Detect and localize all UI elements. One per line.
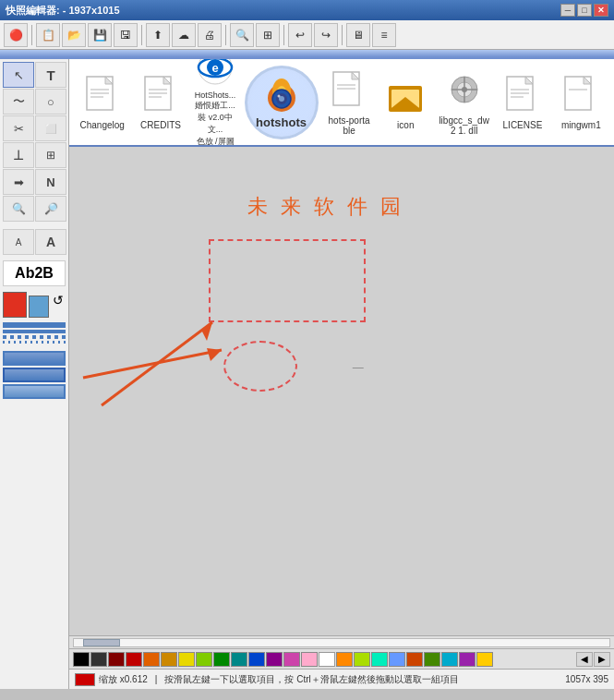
svg-marker-44 xyxy=(207,348,222,361)
h-scrollbar[interactable] xyxy=(69,635,614,648)
file-hotshots-main[interactable]: hotshots xyxy=(245,66,319,139)
foreground-color[interactable] xyxy=(3,292,27,318)
palette-color-5[interactable] xyxy=(161,652,177,667)
file-browser: Changelog CREDITS xyxy=(69,59,614,147)
file-mingwm1-label: mingwm1 xyxy=(561,120,601,130)
tool-pen[interactable]: 〜 xyxy=(3,89,34,115)
palette-color-4[interactable] xyxy=(143,652,160,667)
maximize-button[interactable]: □ xyxy=(577,4,592,17)
palette-color-9[interactable] xyxy=(231,652,247,667)
swap-colors[interactable]: ↺ xyxy=(51,292,66,308)
line-style-3[interactable] xyxy=(3,335,66,339)
palette-color-2[interactable] xyxy=(108,652,125,667)
file-mingwm1[interactable]: mingwm1 xyxy=(556,74,607,130)
tool-rect-sel[interactable]: ⬜ xyxy=(35,115,66,141)
tool-zoom-in[interactable]: 🔍 xyxy=(3,196,34,222)
sep2 xyxy=(141,25,142,45)
tool-text[interactable]: T xyxy=(35,62,66,88)
file-libgcc[interactable]: libgcc_s_dw2 1. dll xyxy=(439,69,489,136)
tb-save[interactable]: 💾 xyxy=(88,23,112,47)
tb-cloud[interactable]: ☁ xyxy=(172,23,196,47)
palette-color-19[interactable] xyxy=(406,652,423,667)
palette-color-23[interactable] xyxy=(476,652,493,667)
line-style-1[interactable] xyxy=(3,322,66,328)
line-style-4[interactable] xyxy=(3,341,66,344)
tb-save2[interactable]: 🖫 xyxy=(114,23,138,47)
libgcc-icon xyxy=(446,69,483,115)
icon-file-icon xyxy=(387,74,424,120)
tool-ellipse[interactable]: ○ xyxy=(35,89,66,115)
file-hotshots-ie[interactable]: e HotShots...婚恨婚工...裝 v2.0中文...色放 /屏圖米..… xyxy=(194,59,237,147)
tb-undo[interactable]: ↩ xyxy=(288,23,312,47)
canvas-area: Changelog CREDITS xyxy=(69,59,614,689)
palette-color-21[interactable] xyxy=(441,652,458,667)
file-icon-item[interactable]: icon xyxy=(380,74,431,130)
palette-color-18[interactable] xyxy=(389,652,405,667)
blue-bar xyxy=(0,50,614,57)
file-changelog[interactable]: Changelog xyxy=(77,74,127,130)
tb-print[interactable]: 🖨 xyxy=(198,23,222,47)
tool-number[interactable]: N xyxy=(35,169,66,195)
palette-color-17[interactable] xyxy=(371,652,388,667)
palette-color-12[interactable] xyxy=(283,652,300,667)
tool-arrow[interactable]: ➡ xyxy=(3,169,34,195)
palette-color-6[interactable] xyxy=(178,652,195,667)
svg-text:e: e xyxy=(211,61,218,75)
shape-outline[interactable] xyxy=(3,351,66,366)
tb-open2[interactable]: 📂 xyxy=(62,23,86,47)
palette-color-14[interactable] xyxy=(319,652,335,667)
palette-color-13[interactable] xyxy=(301,652,318,667)
tb-fit[interactable]: ⊞ xyxy=(256,23,280,47)
tool-crop[interactable]: ✂ xyxy=(3,115,34,141)
tool-font-small[interactable]: A xyxy=(3,229,34,255)
status-bar: 缩放 x0.612 | 按滑鼠左鍵一下以選取項目，按 Ctrl＋滑鼠左鍵然後拖動… xyxy=(69,669,614,689)
hotshots-label: hotshots xyxy=(256,115,307,129)
palette-color-0[interactable] xyxy=(73,652,90,667)
svg-point-20 xyxy=(277,95,280,98)
shape-semi[interactable] xyxy=(3,384,66,399)
line-styles xyxy=(0,320,68,345)
sep1 xyxy=(31,25,32,45)
background-color[interactable] xyxy=(29,296,49,318)
window-title: 快照編輯器: - 1937x1015 xyxy=(6,4,120,18)
file-portable[interactable]: hots-porta ble xyxy=(326,69,373,136)
file-license-label: LICENSE xyxy=(503,120,543,130)
palette-color-1[interactable] xyxy=(90,652,107,667)
palette-color-11[interactable] xyxy=(266,652,283,667)
tb-settings[interactable]: ≡ xyxy=(372,23,396,47)
status-coords: 1057x 395 xyxy=(565,674,608,684)
tool-font-large[interactable]: A xyxy=(35,229,66,255)
tb-screen[interactable]: 🖥 xyxy=(346,23,370,47)
tb-upload[interactable]: ⬆ xyxy=(146,23,170,47)
tb-zoom[interactable]: 🔍 xyxy=(230,23,254,47)
tb-redo[interactable]: ↪ xyxy=(314,23,338,47)
font-preview: Ab2B xyxy=(3,260,66,286)
palette-prev[interactable]: ◀ xyxy=(576,652,593,667)
palette-color-7[interactable] xyxy=(196,652,212,667)
tb-new[interactable]: 📋 xyxy=(36,23,60,47)
tb-open[interactable]: 🔴 xyxy=(4,23,28,47)
tool-line[interactable]: ⟂ xyxy=(3,142,34,168)
tool-select[interactable]: ↖ xyxy=(3,62,34,88)
palette-color-16[interactable] xyxy=(354,652,370,667)
close-button[interactable]: ✕ xyxy=(594,4,608,17)
license-icon xyxy=(504,74,541,120)
palette-color-22[interactable] xyxy=(459,652,476,667)
palette-color-3[interactable] xyxy=(126,652,142,667)
palette-color-10[interactable] xyxy=(248,652,265,667)
title-bar: 快照編輯器: - 1937x1015 ─ □ ✕ xyxy=(0,0,614,20)
h-scroll-thumb[interactable] xyxy=(83,639,120,646)
color-row: ↺ xyxy=(0,289,68,320)
file-credits[interactable]: CREDITS xyxy=(135,74,186,130)
file-license[interactable]: LICENSE xyxy=(497,74,548,130)
sub-toolbar xyxy=(0,50,614,59)
tool-zoom-out[interactable]: 🔎 xyxy=(35,196,66,222)
palette-next[interactable]: ▶ xyxy=(594,652,610,667)
shape-filled[interactable] xyxy=(3,368,66,382)
palette-color-20[interactable] xyxy=(424,652,440,667)
line-style-2[interactable] xyxy=(3,330,66,333)
minimize-button[interactable]: ─ xyxy=(560,4,575,17)
palette-color-15[interactable] xyxy=(336,652,353,667)
tool-rect[interactable]: ⊞ xyxy=(35,142,66,168)
palette-color-8[interactable] xyxy=(213,652,230,667)
